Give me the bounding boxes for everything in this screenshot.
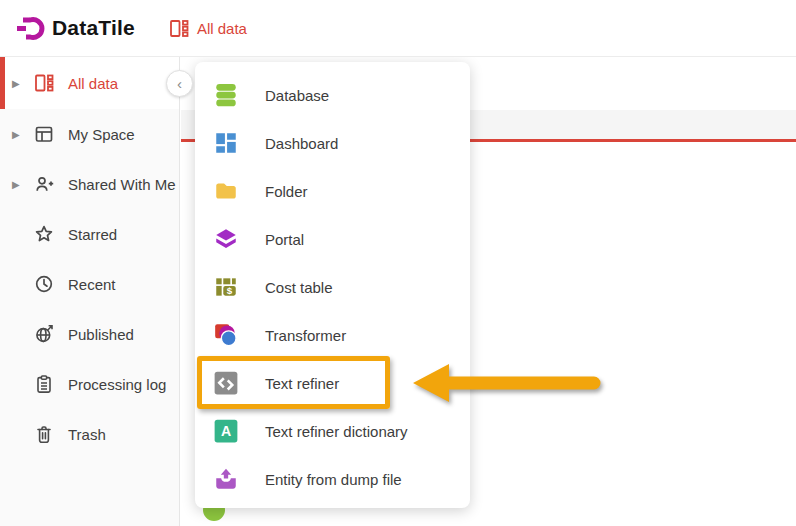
- sidebar-item-shared-with-me[interactable]: ▶ Shared With Me: [0, 159, 179, 209]
- folder-icon: [213, 178, 239, 204]
- menu-item-label: Portal: [265, 231, 304, 248]
- all-data-icon: [34, 73, 54, 93]
- app-header: DataTile All data: [0, 0, 796, 57]
- sidebar-item-recent[interactable]: ▶ Recent: [0, 259, 179, 309]
- sidebar-item-label: Starred: [68, 226, 117, 243]
- text-refiner-icon: [213, 370, 239, 396]
- sidebar-item-label: Trash: [68, 426, 106, 443]
- sidebar-item-label: Published: [68, 326, 134, 343]
- menu-item-label: Text refiner dictionary: [265, 423, 408, 440]
- menu-item-text-refiner-dictionary[interactable]: A Text refiner dictionary: [195, 407, 470, 455]
- dump-file-icon: [213, 466, 239, 492]
- sidebar-item-label: My Space: [68, 126, 135, 143]
- all-data-icon: [169, 18, 189, 39]
- menu-item-cost-table[interactable]: $ Cost table: [195, 263, 470, 311]
- menu-item-label: Dashboard: [265, 135, 338, 152]
- trash-icon: [34, 424, 54, 444]
- menu-item-label: Database: [265, 87, 329, 104]
- breadcrumb-label: All data: [197, 20, 247, 37]
- clock-icon: [34, 274, 54, 294]
- dashboard-icon: [213, 130, 239, 156]
- person-add-icon: [34, 174, 54, 194]
- sidebar-item-label: All data: [68, 75, 118, 92]
- sidebar-item-label: Shared With Me: [68, 176, 176, 193]
- cost-table-icon: $: [213, 274, 239, 300]
- menu-item-folder[interactable]: Folder: [195, 167, 470, 215]
- expand-caret-icon[interactable]: ▶: [12, 179, 22, 190]
- sidebar-item-starred[interactable]: ▶ Starred: [0, 209, 179, 259]
- menu-item-dashboard[interactable]: Dashboard: [195, 119, 470, 167]
- svg-text:$: $: [227, 285, 233, 296]
- menu-item-database[interactable]: Database: [195, 71, 470, 119]
- create-new-menu: Database Dashboard Folder Portal: [195, 62, 470, 508]
- menu-item-text-refiner[interactable]: Text refiner: [195, 359, 470, 407]
- menu-item-label: Text refiner: [265, 375, 339, 392]
- clipboard-icon: [34, 374, 54, 394]
- datatile-logo-icon: [14, 12, 46, 44]
- chevron-left-icon: ‹: [177, 75, 182, 92]
- sidebar-item-processing-log[interactable]: ▶ Processing log: [0, 359, 179, 409]
- sidebar-item-published[interactable]: ▶ Published: [0, 309, 179, 359]
- menu-item-transformer[interactable]: Transformer: [195, 311, 470, 359]
- star-icon: [34, 224, 54, 244]
- expand-caret-icon[interactable]: ▶: [12, 129, 22, 140]
- logo-text: DataTile: [52, 16, 135, 40]
- my-space-icon: [34, 124, 54, 144]
- breadcrumb[interactable]: All data: [169, 18, 247, 39]
- menu-item-label: Transformer: [265, 327, 346, 344]
- menu-item-portal[interactable]: Portal: [195, 215, 470, 263]
- sidebar: ▶ All data ▶ My Space ▶: [0, 57, 180, 526]
- svg-text:A: A: [221, 423, 231, 439]
- globe-icon: [34, 324, 54, 344]
- sidebar-item-all-data[interactable]: ▶ All data: [0, 57, 179, 109]
- database-icon: [213, 82, 239, 108]
- sidebar-item-label: Processing log: [68, 376, 166, 393]
- sidebar-item-label: Recent: [68, 276, 116, 293]
- portal-icon: [213, 226, 239, 252]
- menu-item-label: Cost table: [265, 279, 333, 296]
- transformer-icon: [213, 322, 239, 348]
- menu-item-entity-from-dump-file[interactable]: Entity from dump file: [195, 455, 470, 503]
- sidebar-item-trash[interactable]: ▶ Trash: [0, 409, 179, 459]
- sidebar-collapse-button[interactable]: ‹: [166, 70, 193, 97]
- dictionary-icon: A: [213, 418, 239, 444]
- sidebar-item-my-space[interactable]: ▶ My Space: [0, 109, 179, 159]
- datatile-logo: DataTile: [14, 12, 135, 44]
- expand-caret-icon[interactable]: ▶: [12, 78, 22, 89]
- menu-item-label: Folder: [265, 183, 308, 200]
- menu-item-label: Entity from dump file: [265, 471, 402, 488]
